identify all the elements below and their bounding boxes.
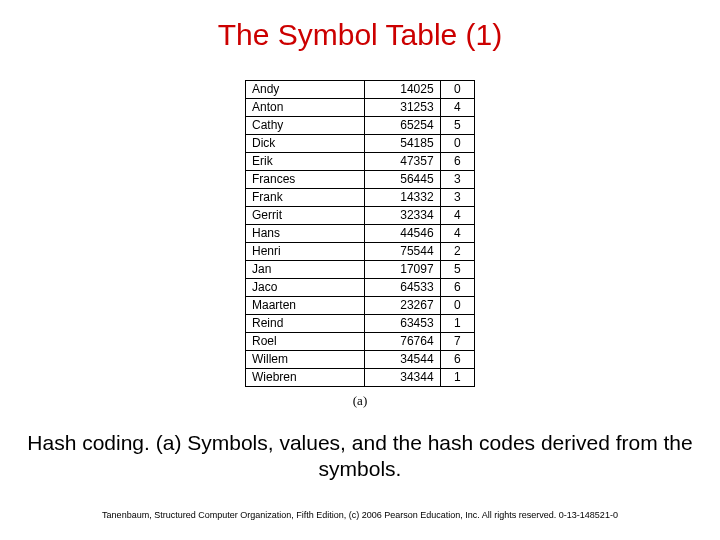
cell-value: 14332: [365, 189, 441, 207]
cell-name: Jaco: [246, 279, 365, 297]
cell-hash: 7: [440, 333, 474, 351]
cell-value: 31253: [365, 99, 441, 117]
cell-name: Gerrit: [246, 207, 365, 225]
cell-name: Reind: [246, 315, 365, 333]
table-row: Willem345446: [246, 351, 475, 369]
table-row: Reind634531: [246, 315, 475, 333]
cell-hash: 0: [440, 135, 474, 153]
table-row: Frances564453: [246, 171, 475, 189]
cell-name: Frances: [246, 171, 365, 189]
cell-hash: 3: [440, 171, 474, 189]
table-row: Erik473576: [246, 153, 475, 171]
table-row: Cathy652545: [246, 117, 475, 135]
cell-value: 76764: [365, 333, 441, 351]
cell-value: 64533: [365, 279, 441, 297]
table-row: Henri755442: [246, 243, 475, 261]
cell-value: 23267: [365, 297, 441, 315]
cell-value: 56445: [365, 171, 441, 189]
cell-name: Hans: [246, 225, 365, 243]
table-row: Anton312534: [246, 99, 475, 117]
cell-value: 44546: [365, 225, 441, 243]
cell-value: 17097: [365, 261, 441, 279]
copyright-footer: Tanenbaum, Structured Computer Organizat…: [0, 510, 720, 520]
table-sublabel: (a): [245, 393, 475, 409]
cell-value: 14025: [365, 81, 441, 99]
cell-name: Maarten: [246, 297, 365, 315]
cell-hash: 6: [440, 153, 474, 171]
slide: The Symbol Table (1) Andy140250Anton3125…: [0, 0, 720, 540]
cell-hash: 4: [440, 207, 474, 225]
cell-hash: 0: [440, 297, 474, 315]
cell-value: 65254: [365, 117, 441, 135]
symbol-table: Andy140250Anton312534Cathy652545Dick5418…: [245, 80, 475, 387]
table-row: Dick541850: [246, 135, 475, 153]
cell-hash: 6: [440, 279, 474, 297]
cell-hash: 4: [440, 225, 474, 243]
cell-hash: 1: [440, 315, 474, 333]
table-row: Wiebren343441: [246, 369, 475, 387]
cell-value: 34544: [365, 351, 441, 369]
cell-name: Henri: [246, 243, 365, 261]
cell-hash: 5: [440, 117, 474, 135]
cell-value: 32334: [365, 207, 441, 225]
cell-value: 75544: [365, 243, 441, 261]
cell-name: Roel: [246, 333, 365, 351]
table-row: Gerrit323344: [246, 207, 475, 225]
table-row: Andy140250: [246, 81, 475, 99]
cell-hash: 2: [440, 243, 474, 261]
cell-value: 34344: [365, 369, 441, 387]
table-row: Maarten232670: [246, 297, 475, 315]
cell-name: Willem: [246, 351, 365, 369]
page-title: The Symbol Table (1): [0, 0, 720, 52]
cell-hash: 6: [440, 351, 474, 369]
table-row: Frank143323: [246, 189, 475, 207]
cell-value: 47357: [365, 153, 441, 171]
symbol-table-wrap: Andy140250Anton312534Cathy652545Dick5418…: [245, 80, 475, 409]
cell-hash: 0: [440, 81, 474, 99]
cell-name: Wiebren: [246, 369, 365, 387]
table-row: Roel767647: [246, 333, 475, 351]
cell-hash: 1: [440, 369, 474, 387]
cell-name: Andy: [246, 81, 365, 99]
cell-hash: 4: [440, 99, 474, 117]
cell-name: Cathy: [246, 117, 365, 135]
cell-value: 54185: [365, 135, 441, 153]
cell-name: Erik: [246, 153, 365, 171]
table-row: Hans445464: [246, 225, 475, 243]
cell-hash: 3: [440, 189, 474, 207]
cell-value: 63453: [365, 315, 441, 333]
cell-name: Jan: [246, 261, 365, 279]
figure-caption: Hash coding. (a) Symbols, values, and th…: [0, 430, 720, 483]
cell-name: Anton: [246, 99, 365, 117]
cell-name: Frank: [246, 189, 365, 207]
table-row: Jan170975: [246, 261, 475, 279]
cell-name: Dick: [246, 135, 365, 153]
cell-hash: 5: [440, 261, 474, 279]
table-row: Jaco645336: [246, 279, 475, 297]
